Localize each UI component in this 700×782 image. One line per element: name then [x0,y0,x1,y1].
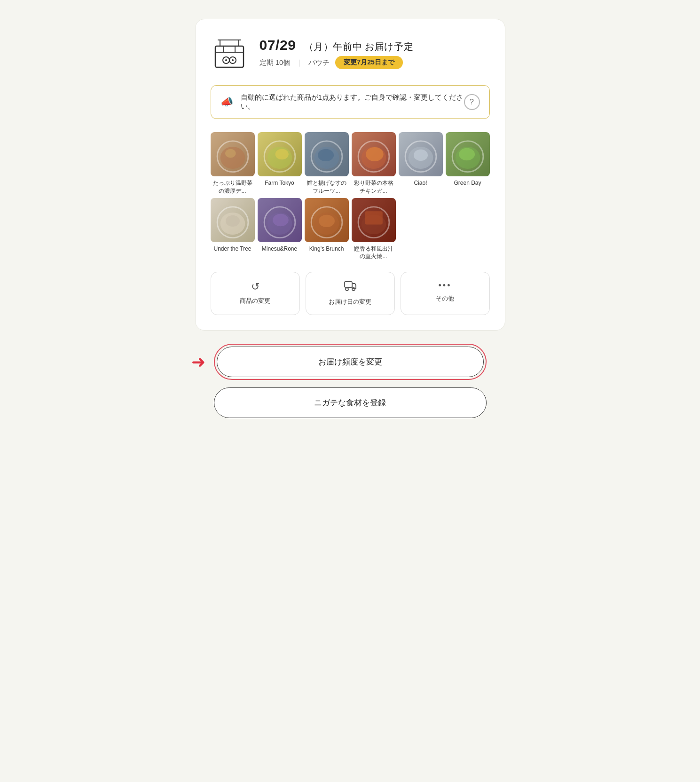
svg-point-25 [225,215,239,226]
arrow-indicator: ➜ [191,352,205,372]
notification-text: 自動的に選ばれた商品が1点あります。ご自身で確認・変更してください。 [241,93,464,111]
change-product-label: 商品の変更 [240,297,270,305]
food-image-4 [352,132,396,176]
type-text: パウチ [308,58,330,67]
page-container: 07/29 （月）午前中 お届け予定 定期 10個 ｜ パウチ 変更7月25日ま… [195,19,505,418]
notification-bar: 📣 自動的に選ばれた商品が1点あります。ご自身で確認・変更してください。 ? [211,85,490,119]
food-item-6[interactable]: Green Day [446,132,490,195]
change-delivery-button[interactable]: お届け日の変更 [306,272,395,315]
svg-point-7 [225,149,236,158]
change-product-button[interactable]: ↺ 商品の変更 [211,272,300,315]
main-card: 07/29 （月）午前中 お届け予定 定期 10個 ｜ パウチ 変更7月25日ま… [195,19,505,331]
food-image-3 [305,132,349,176]
food-item-7[interactable]: Under the Tree [211,198,255,261]
disliked-label: ニガテな食材を登録 [314,398,386,407]
header-date: 07/29 （月）午前中 お届け予定 [260,37,414,53]
header-info: 07/29 （月）午前中 お届け予定 定期 10個 ｜ パウチ 変更7月25日ま… [260,37,414,69]
food-label-8: Minesu&Rone [262,245,297,253]
food-image-2 [258,132,302,176]
svg-point-16 [366,147,384,161]
food-row-2: Under the Tree Minesu&Rone King's Brunch [211,198,490,261]
food-item-2[interactable]: Farm Tokyo [258,132,302,195]
food-label-10: 鰹香る和風出汁の直火焼... [352,245,396,261]
date-text: 07/29 [260,37,296,53]
megaphone-icon: 📣 [220,96,233,108]
food-grid: たっぷり温野菜の濃厚デ... Farm Tokyo 鱈と揚げなすのフルーツ... [211,132,490,261]
header-sub: 定期 10個 ｜ パウチ 変更7月25日まで [260,56,414,69]
food-label-3: 鱈と揚げなすのフルーツ... [305,179,349,195]
action-row: ↺ 商品の変更 お届け日の変更 ••• その他 [211,272,490,315]
bottom-buttons: ➜ お届け頻度を変更 ニガテな食材を登録 [195,344,505,418]
food-label-7: Under the Tree [213,245,251,253]
svg-rect-0 [215,46,244,67]
disliked-food-button[interactable]: ニガテな食材を登録 [214,387,487,418]
other-button[interactable]: ••• その他 [401,272,490,315]
food-item-5[interactable]: Ciao! [399,132,443,195]
change-badge[interactable]: 変更7月25日まで [335,56,402,69]
notification-left: 📣 自動的に選ばれた商品が1点あります。ご自身で確認・変更してください。 [220,93,464,111]
svg-point-4 [232,59,234,61]
svg-point-13 [318,149,334,161]
food-label-5: Ciao! [414,179,427,187]
frequency-button[interactable]: お届け頻度を変更 [217,347,484,377]
food-row-1: たっぷり温野菜の濃厚デ... Farm Tokyo 鱈と揚げなすのフルーツ... [211,132,490,195]
svg-point-3 [225,59,227,61]
header: 07/29 （月）午前中 お届け予定 定期 10個 ｜ パウチ 変更7月25日ま… [211,34,490,72]
question-button[interactable]: ? [464,94,480,110]
svg-rect-35 [345,282,352,287]
day-text: （月）午前中 お届け予定 [304,41,414,52]
food-image-5 [399,132,443,176]
separator: ｜ [296,58,303,67]
food-image-9 [305,198,349,242]
svg-point-10 [275,149,288,160]
food-item-4[interactable]: 彩り野菜の本格チキンガ... [352,132,396,195]
food-item-8[interactable]: Minesu&Rone [258,198,302,261]
food-item-10[interactable]: 鰹香る和風出汁の直火焼... [352,198,396,261]
change-delivery-label: お届け日の変更 [329,298,371,306]
food-image-10 [352,198,396,242]
frequency-highlight-container: ➜ お届け頻度を変更 [214,344,487,380]
food-item-1[interactable]: たっぷり温野菜の濃厚デ... [211,132,255,195]
subscription-text: 定期 10個 [260,58,291,67]
food-image-1 [211,132,255,176]
svg-point-36 [346,288,348,291]
truck-icon [344,281,356,294]
question-label: ? [470,98,474,106]
food-label-2: Farm Tokyo [265,179,294,187]
refresh-icon: ↺ [251,281,260,293]
svg-point-31 [319,214,335,227]
food-label-9: King's Brunch [309,245,344,253]
svg-rect-34 [365,211,383,224]
svg-point-19 [413,150,427,161]
frequency-label: お届け頻度を変更 [318,357,382,366]
food-item-3[interactable]: 鱈と揚げなすのフルーツ... [305,132,349,195]
food-label-4: 彩り野菜の本格チキンガ... [352,179,396,195]
food-label-1: たっぷり温野菜の濃厚デ... [211,179,255,195]
svg-point-22 [459,148,475,160]
food-image-8 [258,198,302,242]
other-label: その他 [436,294,454,303]
food-label-6: Green Day [454,179,481,187]
food-item-9[interactable]: King's Brunch [305,198,349,261]
box-icon [211,34,248,72]
more-icon: ••• [439,281,452,291]
food-image-6 [446,132,490,176]
food-image-7 [211,198,255,242]
svg-point-28 [272,213,288,226]
